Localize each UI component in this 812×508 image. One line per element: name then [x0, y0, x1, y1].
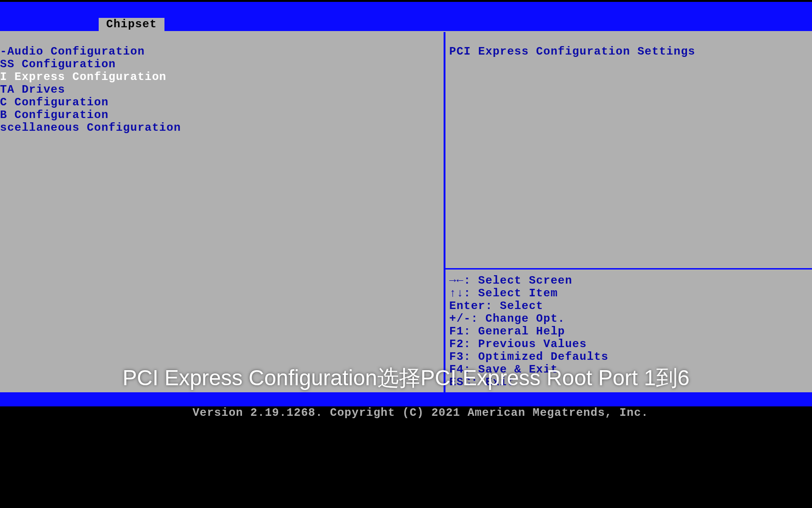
key-previous-values: F2: Previous Values [449, 338, 808, 350]
title-bar: Aptio Setup Utility – Copyright (C) 2021… [0, 2, 812, 18]
menu-item-misc-config[interactable]: scellaneous Configuration [0, 121, 444, 134]
key-help-block: →←: Select Screen ↑↓: Select Item Enter:… [449, 274, 808, 389]
content-area: -Audio Configuration SS Configuration I … [0, 31, 812, 393]
key-select-item: ↑↓: Select Item [449, 287, 808, 300]
menu-item-pci-express[interactable]: I Express Configuration [0, 71, 444, 83]
help-pane: PCI Express Configuration Settings →←: S… [445, 32, 812, 392]
tab-bar[interactable]: Chipset [0, 18, 812, 31]
key-general-help: F1: General Help [449, 325, 808, 338]
bios-screen: Aptio Setup Utility – Copyright (C) 2021… [0, 2, 812, 406]
menu-item-ss[interactable]: SS Configuration [0, 58, 444, 71]
tab-chipset[interactable]: Chipset [99, 18, 164, 31]
key-change-opt: +/-: Change Opt. [449, 312, 808, 325]
menu-item-b-config[interactable]: B Configuration [0, 109, 444, 121]
menu-item-ta-drives[interactable]: TA Drives [0, 83, 444, 96]
help-divider [445, 268, 812, 270]
key-optimized-defaults: F3: Optimized Defaults [449, 350, 808, 363]
version-text: Version 2.19.1268. Copyright (C) 2021 Am… [193, 406, 648, 419]
footer-bar: Version 2.19.1268. Copyright (C) 2021 Am… [0, 393, 812, 406]
menu-pane: -Audio Configuration SS Configuration I … [0, 32, 445, 392]
menu-item-c-config[interactable]: C Configuration [0, 96, 444, 109]
key-enter: Enter: Select [449, 300, 808, 312]
help-text: PCI Express Configuration Settings [449, 45, 808, 58]
key-save-exit: F4: Save & Exit [449, 363, 808, 376]
key-select-screen: →←: Select Screen [449, 274, 808, 287]
menu-item-audio[interactable]: -Audio Configuration [0, 45, 444, 58]
tab-label: Chipset [106, 18, 157, 31]
key-esc-exit: ESC: Exit [449, 376, 808, 389]
